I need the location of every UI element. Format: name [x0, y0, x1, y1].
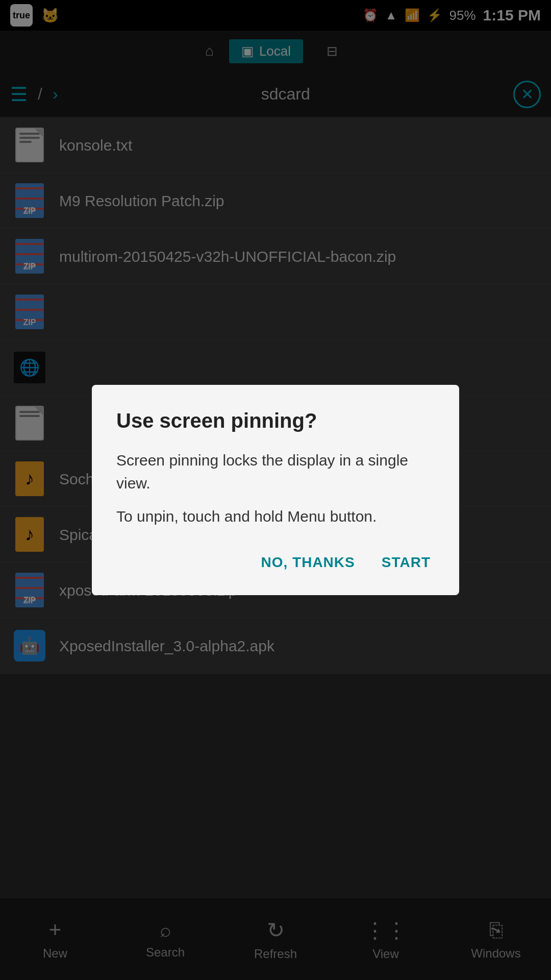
dialog-overlay: Use screen pinning? Screen pinning locks…: [0, 0, 551, 980]
dialog-body-2: To unpin, touch and hold Menu button.: [116, 505, 435, 528]
dialog-body-1: Screen pinning locks the display in a si…: [116, 449, 435, 495]
no-thanks-button[interactable]: NO, THANKS: [257, 548, 359, 577]
dialog-title: Use screen pinning?: [116, 409, 435, 432]
dialog-buttons: NO, THANKS START: [116, 548, 435, 577]
start-button[interactable]: START: [378, 548, 435, 577]
screen-pinning-dialog: Use screen pinning? Screen pinning locks…: [92, 385, 459, 595]
